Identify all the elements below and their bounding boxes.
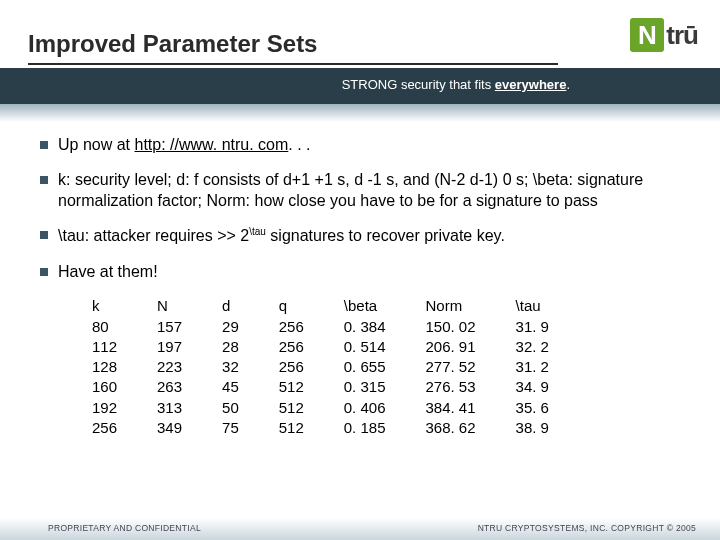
table-cell: 192: [92, 398, 117, 418]
bullet-3-sup: \tau: [249, 226, 266, 237]
table-cell: 256: [92, 418, 117, 438]
table-cell: 160: [92, 377, 117, 397]
table-cell: 34. 9: [516, 377, 549, 397]
bullet-icon: [40, 176, 48, 184]
table-header: d: [222, 296, 239, 316]
table-cell: 0. 315: [344, 377, 386, 397]
table-col: q256256256512512512: [279, 296, 304, 438]
table-cell: 32. 2: [516, 337, 549, 357]
table-cell: 206. 91: [426, 337, 476, 357]
table-cell: 75: [222, 418, 239, 438]
page-title: Improved Parameter Sets: [28, 30, 317, 58]
table-cell: 35. 6: [516, 398, 549, 418]
table-cell: 45: [222, 377, 239, 397]
table-cell: 28: [222, 337, 239, 357]
table-cell: 256: [279, 317, 304, 337]
logo-text: trū: [666, 20, 698, 51]
table-cell: 256: [279, 357, 304, 377]
table-cell: 38. 9: [516, 418, 549, 438]
table-cell: 0. 406: [344, 398, 386, 418]
bullet-icon: [40, 268, 48, 276]
table-header: k: [92, 296, 117, 316]
footer-right: NTRU CRYPTOSYSTEMS, INC. COPYRIGHT © 200…: [478, 523, 696, 533]
table-cell: 512: [279, 418, 304, 438]
table-cell: 0. 384: [344, 317, 386, 337]
bullet-3-text: \tau: attacker requires >> 2\tau signatu…: [58, 225, 680, 247]
table-cell: 0. 655: [344, 357, 386, 377]
table-cell: 80: [92, 317, 117, 337]
table-cell: 0. 185: [344, 418, 386, 438]
table-cell: 276. 53: [426, 377, 476, 397]
tagline-pre: STRONG security that fits: [342, 77, 495, 92]
table-cell: 313: [157, 398, 182, 418]
table-cell: 256: [279, 337, 304, 357]
table-header: Norm: [426, 296, 476, 316]
table-cell: 512: [279, 377, 304, 397]
table-cell: 31. 2: [516, 357, 549, 377]
table-cell: 157: [157, 317, 182, 337]
content-area: Up now at http: //www. ntru. com. . . k:…: [40, 135, 680, 438]
table-cell: 150. 02: [426, 317, 476, 337]
footer-left: PROPRIETARY AND CONFIDENTIAL: [48, 523, 201, 533]
table-col: Norm150. 02206. 91277. 52276. 53384. 413…: [426, 296, 476, 438]
table-cell: 0. 514: [344, 337, 386, 357]
bullet-4: Have at them!: [40, 262, 680, 283]
tagline: STRONG security that fits everywhere.: [342, 77, 570, 92]
table-col: N157197223263313349: [157, 296, 182, 438]
table-cell: 277. 52: [426, 357, 476, 377]
table-cell: 368. 62: [426, 418, 476, 438]
bullet-icon: [40, 231, 48, 239]
bullet-3-pre: \tau: attacker requires >> 2: [58, 228, 249, 245]
bullet-1-pre: Up now at: [58, 136, 134, 153]
table-header: \beta: [344, 296, 386, 316]
bullet-2: k: security level; d: f consists of d+1 …: [40, 170, 680, 212]
table-cell: 197: [157, 337, 182, 357]
bullet-1: Up now at http: //www. ntru. com. . .: [40, 135, 680, 156]
table-cell: 223: [157, 357, 182, 377]
bullet-3-post: signatures to recover private key.: [266, 228, 505, 245]
table-cell: 31. 9: [516, 317, 549, 337]
table-cell: 128: [92, 357, 117, 377]
bullet-1-post: . . .: [288, 136, 310, 153]
footer: PROPRIETARY AND CONFIDENTIAL NTRU CRYPTO…: [0, 518, 720, 540]
table-cell: 29: [222, 317, 239, 337]
table-cell: 349: [157, 418, 182, 438]
table-col: \tau31. 932. 231. 234. 935. 638. 9: [516, 296, 549, 438]
logo-mark: N: [630, 18, 664, 52]
table-cell: 50: [222, 398, 239, 418]
logo: N trū: [630, 18, 698, 52]
table-col: \beta0. 3840. 5140. 6550. 3150. 4060. 18…: [344, 296, 386, 438]
tagline-post: .: [566, 77, 570, 92]
table-cell: 112: [92, 337, 117, 357]
bullet-1-text: Up now at http: //www. ntru. com. . .: [58, 135, 680, 156]
table-header: \tau: [516, 296, 549, 316]
title-underline: [28, 63, 558, 65]
header-fade-band: [0, 104, 720, 122]
bullet-icon: [40, 141, 48, 149]
bullet-2-text: k: security level; d: f consists of d+1 …: [58, 170, 680, 212]
bullet-3: \tau: attacker requires >> 2\tau signatu…: [40, 225, 680, 247]
parameter-table: k80112128160192256N157197223263313349d29…: [92, 296, 680, 438]
table-col: k80112128160192256: [92, 296, 117, 438]
table-cell: 263: [157, 377, 182, 397]
table-cell: 384. 41: [426, 398, 476, 418]
bullet-4-text: Have at them!: [58, 262, 680, 283]
table-cell: 32: [222, 357, 239, 377]
table-header: q: [279, 296, 304, 316]
table-cell: 512: [279, 398, 304, 418]
tagline-emphasis: everywhere: [495, 77, 567, 92]
table-header: N: [157, 296, 182, 316]
ntru-link[interactable]: http: //www. ntru. com: [134, 136, 288, 153]
table-col: d292832455075: [222, 296, 239, 438]
